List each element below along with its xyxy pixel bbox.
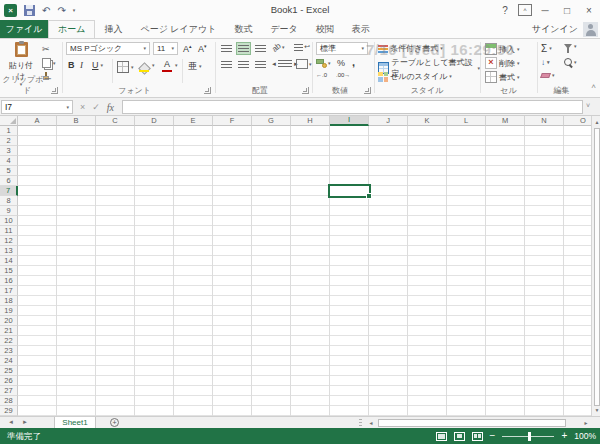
column-header-N[interactable]: N [525, 116, 564, 126]
column-header-B[interactable]: B [57, 116, 96, 126]
row-header-12[interactable]: 12 [0, 236, 18, 246]
increase-font-size-icon[interactable]: A▴ [183, 43, 192, 54]
column-header-H[interactable]: H [291, 116, 330, 126]
tab-ホーム[interactable]: ホーム [48, 20, 95, 38]
borders-button[interactable]: ▾ [117, 61, 134, 73]
new-sheet-icon[interactable]: + [110, 418, 119, 427]
zoom-level[interactable]: 100% [574, 431, 596, 441]
decrease-decimal-button[interactable]: .00→ [336, 72, 350, 78]
decrease-indent-button[interactable]: ◄ [271, 60, 285, 67]
enter-check-icon[interactable]: ✓ [92, 102, 100, 112]
merge-center-button[interactable]: ▾ [296, 59, 312, 69]
expand-formula-bar-icon[interactable]: ˅ [586, 102, 590, 109]
zoom-slider[interactable] [502, 436, 554, 437]
vertical-scroll-thumb[interactable] [594, 128, 600, 406]
row-header-1[interactable]: 1 [0, 126, 18, 136]
phonetic-guide-button[interactable]: 亜▾ [188, 60, 202, 73]
fill-handle[interactable] [366, 193, 372, 199]
insert-function-icon[interactable]: fx [107, 102, 114, 113]
column-header-O[interactable]: O [564, 116, 591, 126]
row-header-28[interactable]: 28 [0, 396, 18, 406]
page-layout-view-icon[interactable] [454, 432, 465, 441]
comma-style-button[interactable]: , [352, 56, 355, 68]
conditional-formatting-button[interactable]: 条件付き書式▾ [378, 43, 443, 54]
tab-データ[interactable]: データ [261, 20, 306, 38]
tab-数式[interactable]: 数式 [225, 20, 261, 38]
row-header-27[interactable]: 27 [0, 386, 18, 396]
row-header-19[interactable]: 19 [0, 306, 18, 316]
clear-button[interactable]: ▾ [541, 73, 555, 78]
zoom-slider-thumb[interactable] [528, 432, 531, 441]
row-header-9[interactable]: 9 [0, 206, 18, 216]
row-header-3[interactable]: 3 [0, 146, 18, 156]
align-bottom-button[interactable] [253, 42, 268, 55]
horizontal-scrollbar[interactable]: ◄ ► [366, 417, 591, 428]
row-header-20[interactable]: 20 [0, 316, 18, 326]
row-header-18[interactable]: 18 [0, 296, 18, 306]
row-header-15[interactable]: 15 [0, 266, 18, 276]
row-header-25[interactable]: 25 [0, 366, 18, 376]
align-middle-button[interactable] [236, 42, 251, 55]
scroll-down-icon[interactable]: ▼ [593, 405, 600, 415]
increase-decimal-button[interactable]: ←.0 [316, 72, 327, 78]
column-header-J[interactable]: J [369, 116, 408, 126]
column-header-L[interactable]: L [447, 116, 486, 126]
clipboard-dialog-launcher-icon[interactable] [51, 87, 58, 94]
orientation-button[interactable]: ab▾ [272, 43, 284, 52]
fill-color-button[interactable]: ▾ [138, 59, 155, 72]
tab-file[interactable]: ファイル [0, 20, 48, 38]
tab-ページ レイアウト[interactable]: ページ レイアウト [131, 20, 225, 38]
column-header-D[interactable]: D [135, 116, 174, 126]
page-break-preview-icon[interactable] [472, 432, 483, 441]
row-header-14[interactable]: 14 [0, 256, 18, 266]
close-icon[interactable]: × [580, 2, 598, 18]
row-header-7[interactable]: 7 [0, 186, 18, 196]
cut-button[interactable]: ✂ [42, 44, 50, 54]
scroll-left-icon[interactable]: ◄ [366, 417, 376, 428]
row-header-17[interactable]: 17 [0, 286, 18, 296]
autosum-button[interactable]: Σ▾ [541, 43, 552, 54]
wrap-text-button[interactable]: ↩ [294, 43, 310, 51]
align-left-button[interactable] [219, 58, 234, 71]
row-header-21[interactable]: 21 [0, 326, 18, 336]
column-header-C[interactable]: C [96, 116, 135, 126]
find-select-button[interactable]: ▾ [564, 58, 577, 66]
row-header-23[interactable]: 23 [0, 346, 18, 356]
sheet-next-icon[interactable]: ► [22, 419, 28, 425]
alignment-dialog-launcher-icon[interactable] [302, 87, 309, 94]
row-header-2[interactable]: 2 [0, 136, 18, 146]
horizontal-scroll-thumb[interactable] [378, 419, 566, 427]
row-header-4[interactable]: 4 [0, 156, 18, 166]
sort-filter-button[interactable]: ▾ [564, 44, 577, 49]
fill-button[interactable]: ↓▾ [541, 58, 550, 67]
column-header-G[interactable]: G [252, 116, 291, 126]
row-header-11[interactable]: 11 [0, 226, 18, 236]
sheet-tab-sheet1[interactable]: Sheet1 [54, 417, 96, 428]
tab-表示[interactable]: 表示 [343, 20, 379, 38]
ribbon-display-options-icon[interactable]: ˄ [518, 4, 532, 16]
sign-in[interactable]: サインイン [532, 20, 600, 38]
row-header-26[interactable]: 26 [0, 376, 18, 386]
row-header-16[interactable]: 16 [0, 276, 18, 286]
collapse-ribbon-icon[interactable]: ˄ [591, 82, 596, 91]
italic-button[interactable]: I [80, 60, 83, 70]
font-color-button[interactable]: A ▾ [161, 59, 178, 72]
row-header-8[interactable]: 8 [0, 196, 18, 206]
column-header-F[interactable]: F [213, 116, 252, 126]
row-header-29[interactable]: 29 [0, 406, 18, 416]
column-header-K[interactable]: K [408, 116, 447, 126]
cell-styles-button[interactable]: セルのスタイル▾ [378, 71, 452, 82]
tab-scroll-splitter[interactable] [359, 419, 362, 427]
bold-button[interactable]: B [68, 60, 75, 70]
delete-cells-button[interactable]: × 削除▾ [485, 57, 520, 69]
column-header-A[interactable]: A [18, 116, 57, 126]
select-all-button[interactable] [0, 116, 18, 126]
sheet-prev-icon[interactable]: ◄ [8, 419, 14, 425]
row-header-13[interactable]: 13 [0, 246, 18, 256]
row-header-6[interactable]: 6 [0, 176, 18, 186]
row-header-5[interactable]: 5 [0, 166, 18, 176]
align-right-button[interactable] [253, 58, 268, 71]
column-header-I[interactable]: I [330, 116, 369, 126]
align-top-button[interactable] [219, 42, 234, 55]
scroll-right-icon[interactable]: ► [581, 417, 591, 428]
